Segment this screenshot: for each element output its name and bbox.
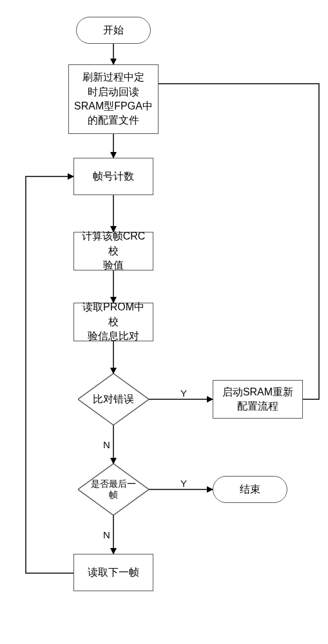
process-crc-calc: 计算该帧CRC校 验值 [73, 232, 153, 270]
process-readback: 刷新过程中定 时启动回读 SRAM型FPGA中 的配置文件 [68, 64, 159, 134]
process-frame-count: 帧号计数 [73, 158, 153, 195]
start-terminator: 开始 [76, 17, 151, 44]
end-terminator: 结束 [213, 476, 287, 503]
edge-d1-no: N [103, 439, 110, 450]
edge-d2-no: N [103, 529, 110, 540]
connector-layer [0, 0, 328, 644]
edge-d1-yes: Y [180, 388, 187, 399]
decision-last-frame-label: 是否最后一 帧 [91, 478, 136, 500]
process-sram-reconfig-label: 启动SRAM重新 配置流程 [222, 385, 293, 414]
process-readback-label: 刷新过程中定 时启动回读 SRAM型FPGA中 的配置文件 [74, 70, 153, 128]
edge-d2-yes: Y [180, 478, 187, 489]
process-read-next-frame-label: 读取下一帧 [88, 565, 139, 580]
flowchart-canvas: 开始 刷新过程中定 时启动回读 SRAM型FPGA中 的配置文件 帧号计数 计算… [0, 0, 328, 644]
start-label: 开始 [103, 24, 124, 37]
decision-compare-error: 比对错误 [78, 374, 149, 425]
decision-compare-error-label: 比对错误 [93, 393, 134, 405]
process-read-next-frame: 读取下一帧 [73, 554, 153, 591]
process-prom-compare-label: 读取PROM中校 验信息比对 [78, 300, 149, 343]
process-frame-count-label: 帧号计数 [93, 169, 134, 184]
process-prom-compare: 读取PROM中校 验信息比对 [73, 303, 153, 341]
process-sram-reconfig: 启动SRAM重新 配置流程 [213, 380, 303, 419]
process-crc-calc-label: 计算该帧CRC校 验值 [78, 229, 149, 272]
end-label: 结束 [240, 483, 260, 497]
decision-last-frame: 是否最后一 帧 [78, 464, 149, 515]
